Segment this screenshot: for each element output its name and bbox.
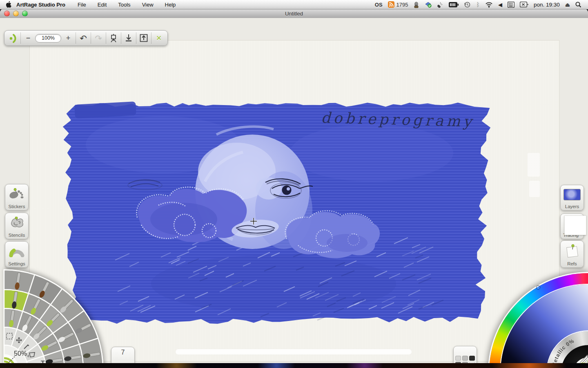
samples-pod[interactable]: Samples [453,346,477,363]
lastfm-icon[interactable]: OS [375,1,383,8]
wifi-icon[interactable] [485,1,493,8]
undo-button[interactable]: ↶ [76,32,90,44]
stencils-icon [5,213,28,233]
toolbar-separator [20,32,21,44]
svg-text:Metallic 0%: Metallic 0% [551,338,575,363]
zoom-level-field[interactable]: 100% [35,34,61,43]
artrage-menu-button[interactable] [6,32,20,44]
canvas-toolbar: − 100% + ↶ ↷ ✕ [4,30,168,46]
window-content: dobreprogramy − 100% + ↶ ↷ [0,18,588,363]
toolbar-separator [151,32,151,44]
desktop-background-strip [0,363,588,368]
toolbar-separator [91,32,91,44]
zoom-out-button[interactable]: − [21,32,35,44]
easel-button[interactable] [107,32,120,44]
tracing-pod[interactable]: Tracing [560,213,584,239]
menu-tools[interactable]: Tools [112,0,136,9]
menu-view[interactable]: View [136,0,159,9]
volume-icon[interactable]: ◀ [498,1,502,8]
metallic-label: Metallic 0% [551,338,575,363]
toolbar-separator [76,32,76,44]
toolbar-separator [136,32,136,44]
stencils-label: Stencils [9,233,25,238]
window-title: Untitled [0,11,588,17]
menu-bar-status: OS 1795 ᛒ ◀ [375,1,588,8]
export-image-button[interactable] [137,32,151,44]
menu-bar: ArtRage Studio Pro File Edit Tools View … [0,0,588,9]
refs-pod[interactable]: Refs [560,240,584,268]
traffic-lights [0,11,28,16]
redo-button[interactable]: ↷ [91,32,105,44]
menu-help[interactable]: Help [159,0,182,9]
refs-icon [561,241,584,261]
stickers-label: Stickers [9,204,25,209]
artrage-window: Untitled [0,9,588,363]
samples-grid-icon [455,356,475,363]
close-window-button[interactable] [4,11,10,16]
minimize-window-button[interactable] [13,11,19,16]
layers-icon [561,185,584,204]
painting-artwork[interactable]: dobreprogramy [61,96,495,327]
stickers-icon [5,184,28,204]
faint-paint-mark [528,153,540,177]
timemachine-icon[interactable] [464,1,471,8]
apple-icon[interactable] [6,1,11,8]
import-image-button[interactable] [122,32,136,44]
refs-label: Refs [567,261,577,266]
spotlight-icon[interactable] [575,1,581,8]
stencils-pod[interactable]: Stencils [5,213,29,239]
title-bar[interactable]: Untitled [0,9,588,18]
pressure-value[interactable]: 50% [14,350,27,357]
tool-picker-wheel[interactable]: T 50% [0,268,110,363]
faint-paint-mark [529,181,540,197]
paint-cursor-crosshair [250,218,257,225]
white-paint-band [176,349,412,355]
dropbox-icon[interactable] [425,1,432,8]
keyboard-icon[interactable] [508,1,514,8]
wheel-tool-cells[interactable] [4,270,103,363]
rss-count: 1795 [396,1,408,8]
desktop: ArtRage Studio Pro File Edit Tools View … [0,0,588,368]
text-tool-icon[interactable]: T [41,360,45,363]
menu-bar-left: ArtRage Studio Pro File Edit Tools View … [0,0,181,9]
toolbar-separator [121,32,121,44]
presets-count: 7 [121,349,125,356]
eject-icon[interactable]: ⏏ [565,1,570,8]
hue-marker[interactable] [536,285,540,289]
tracing-paper-sheet [564,215,586,235]
zoom-window-button[interactable] [22,11,28,16]
settings-pod[interactable]: Settings [5,241,29,268]
rss-icon[interactable] [388,1,394,8]
presets-pod[interactable]: 7 Presets [111,347,135,363]
hide-panels-button[interactable]: ✕ [152,32,166,44]
settings-label: Settings [8,261,25,266]
toolbar-separator [106,32,106,44]
color-picker[interactable]: Metallic 0% [486,273,588,363]
stickers-pod[interactable]: Stickers [5,184,29,211]
layers-pod[interactable]: Layers [560,185,584,211]
phone-icon[interactable] [437,1,443,8]
layers-label: Layers [565,204,579,209]
app-name[interactable]: ArtRage Studio Pro [11,2,72,8]
settings-icon [5,242,28,261]
menu-file[interactable]: File [72,0,92,9]
input-switcher-icon[interactable] [520,1,528,8]
bluetooth-icon[interactable]: ᛒ [476,1,479,8]
robot-icon[interactable] [413,1,419,8]
zoom-in-button[interactable]: + [61,32,75,44]
battery-icon[interactable] [449,1,459,8]
menu-edit[interactable]: Edit [92,0,112,9]
menu-clock[interactable]: pon. 19:30 [534,2,560,8]
